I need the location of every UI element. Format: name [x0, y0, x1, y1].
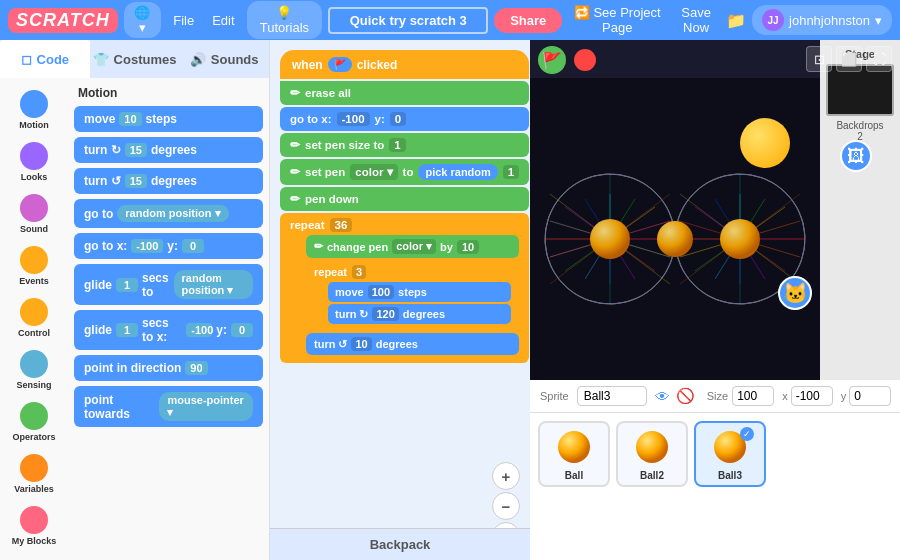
- sprite-ball-label: Ball: [544, 470, 604, 481]
- add-sprite-button[interactable]: 🐱: [778, 276, 812, 310]
- sprite-ball2[interactable]: Ball2: [616, 421, 688, 487]
- block-point-towards[interactable]: point towards mouse-pointer ▾: [74, 386, 263, 427]
- variables-circle: [20, 454, 48, 482]
- backdrops-label: Backdrops 2: [836, 120, 883, 142]
- sidebar-item-events[interactable]: Events: [4, 242, 64, 290]
- looks-circle: [20, 142, 48, 170]
- tab-code[interactable]: ◻ Code: [0, 40, 90, 78]
- block-move[interactable]: move 10 steps: [74, 106, 263, 132]
- sprite-ball3[interactable]: ✓ Ball3: [694, 421, 766, 487]
- avatar: JJ: [762, 9, 784, 31]
- stage-controls: 🚩: [538, 46, 596, 74]
- add-backdrop-button[interactable]: 🖼: [840, 140, 872, 172]
- stage-view-buttons: ⊡ ⬜ ⛶: [806, 46, 892, 72]
- sound-circle: [20, 194, 48, 222]
- hide-sprite-button[interactable]: 🚫: [676, 387, 695, 405]
- events-circle: [20, 246, 48, 274]
- sprite-ball3-img: ✓: [706, 427, 754, 467]
- user-menu-button[interactable]: JJ johnhjohnston ▾: [752, 5, 892, 35]
- block-change-pen-color[interactable]: ✏ change pen color ▾ by 10: [306, 235, 519, 258]
- svg-point-56: [590, 219, 630, 259]
- sun-ball: [740, 118, 790, 168]
- fullscreen-button[interactable]: ⛶: [866, 46, 892, 72]
- y-label: y: [841, 390, 847, 402]
- green-flag-button[interactable]: 🚩: [538, 46, 566, 74]
- username-label: johnhjohnston: [789, 13, 870, 28]
- block-point-dir[interactable]: point in direction 90: [74, 355, 263, 381]
- block-turn-ccw[interactable]: turn ↺ 15 degrees: [74, 168, 263, 194]
- project-title-input[interactable]: [328, 7, 488, 34]
- category-sidebar: Motion Looks Sound Events Control: [0, 78, 68, 560]
- block-turn-cw[interactable]: turn ↻ 15 degrees: [74, 137, 263, 163]
- shrink-stage-button[interactable]: ⊡: [806, 46, 832, 72]
- motion-circle: [20, 90, 48, 118]
- sprite-ball[interactable]: Ball: [538, 421, 610, 487]
- operators-circle: [20, 402, 48, 430]
- pencil-icon-2: ✏: [290, 138, 300, 152]
- zoom-in-button[interactable]: +: [492, 462, 520, 490]
- sidebar-item-sensing[interactable]: Sensing: [4, 346, 64, 394]
- sidebar-item-motion[interactable]: Motion: [4, 86, 64, 134]
- x-input[interactable]: [791, 386, 833, 406]
- edit-menu[interactable]: Edit: [206, 9, 240, 32]
- zoom-out-button[interactable]: −: [492, 492, 520, 520]
- block-when-clicked[interactable]: when 🚩 clicked: [280, 50, 529, 79]
- share-button[interactable]: Share: [494, 8, 562, 33]
- sprite-info-bar: Sprite 👁 🚫 Size x y Direction: [530, 380, 900, 413]
- left-panel: ◻ Code 👕 Costumes 🔊 Sounds Motion: [0, 40, 270, 560]
- size-input[interactable]: [732, 386, 774, 406]
- block-goto[interactable]: go to random position ▾: [74, 199, 263, 228]
- myblocks-circle: [20, 506, 48, 534]
- folder-button[interactable]: 📁: [726, 11, 746, 30]
- block-pen-down[interactable]: ✏ pen down: [280, 187, 529, 211]
- sidebar-item-looks[interactable]: Looks: [4, 138, 64, 186]
- size-label: Size: [707, 390, 728, 402]
- expand-stage-button[interactable]: ⬜: [836, 46, 862, 72]
- see-project-button[interactable]: 🔁 See Project Page: [568, 5, 666, 35]
- file-menu[interactable]: File: [167, 9, 200, 32]
- x-label: x: [782, 390, 788, 402]
- tab-costumes[interactable]: 👕 Costumes: [90, 40, 180, 78]
- block-repeat-36[interactable]: repeat 36 ✏ change pen color ▾ by 10 rep…: [280, 213, 529, 363]
- sprite-name-input[interactable]: [577, 386, 647, 406]
- block-repeat-3[interactable]: repeat 3 move 100 steps turn ↻ 120 degre…: [306, 261, 519, 331]
- right-panel: 🚩 ⊡ ⬜ ⛶: [530, 40, 900, 560]
- svg-point-58: [720, 219, 760, 259]
- code-canvas: when 🚩 clicked ✏ erase all go to x: -100…: [270, 40, 530, 560]
- block-glide-xy[interactable]: glide 1 secs to x: -100 y: 0: [74, 310, 263, 350]
- block-set-pen-size[interactable]: ✏ set pen size to 1: [280, 133, 529, 157]
- stage-right-panel: Stage Backdrops 2 🖼: [820, 40, 900, 380]
- control-circle: [20, 298, 48, 326]
- stage-canvas: [530, 78, 820, 380]
- stop-button[interactable]: [574, 49, 596, 71]
- show-sprite-button[interactable]: 👁: [655, 387, 670, 405]
- save-now-button[interactable]: Save Now: [672, 5, 720, 35]
- blocks-area: Motion Looks Sound Events Control: [0, 78, 269, 560]
- sidebar-item-operators[interactable]: Operators: [4, 398, 64, 446]
- pencil-icon-4: ✏: [290, 192, 300, 206]
- block-goto-xy-script[interactable]: go to x: -100 y: 0: [280, 107, 529, 131]
- svg-point-60: [636, 431, 668, 463]
- block-set-pen-color[interactable]: ✏ set pen color ▾ to pick random 1: [280, 159, 529, 185]
- tab-sounds[interactable]: 🔊 Sounds: [179, 40, 269, 78]
- sidebar-item-variables[interactable]: Variables: [4, 450, 64, 498]
- block-turn-120[interactable]: turn ↻ 120 degrees: [328, 304, 511, 324]
- script-stack: when 🚩 clicked ✏ erase all go to x: -100…: [280, 50, 529, 363]
- sidebar-item-control[interactable]: Control: [4, 294, 64, 342]
- block-turn-10[interactable]: turn ↺ 10 degrees: [306, 333, 519, 355]
- sidebar-item-sound[interactable]: Sound: [4, 190, 64, 238]
- sprite-label: Sprite: [540, 390, 569, 402]
- block-goto-xy[interactable]: go to x: -100 y: 0: [74, 233, 263, 259]
- block-glide-random[interactable]: glide 1 secs to random position ▾: [74, 264, 263, 305]
- block-erase-all[interactable]: ✏ erase all: [280, 81, 529, 105]
- code-icon: ◻: [21, 52, 32, 67]
- sprite-tray: Ball Ball2: [530, 413, 900, 560]
- tutorials-button[interactable]: 💡 Tutorials: [247, 1, 323, 39]
- language-button[interactable]: 🌐 ▾: [124, 2, 162, 38]
- sidebar-item-myblocks[interactable]: My Blocks: [4, 502, 64, 550]
- backpack-bar[interactable]: Backpack: [270, 528, 530, 560]
- top-nav: SCRATCH 🌐 ▾ File Edit 💡 Tutorials Share …: [0, 0, 900, 40]
- block-move-100[interactable]: move 100 steps: [328, 282, 511, 302]
- svg-point-57: [657, 221, 693, 257]
- y-input[interactable]: [849, 386, 891, 406]
